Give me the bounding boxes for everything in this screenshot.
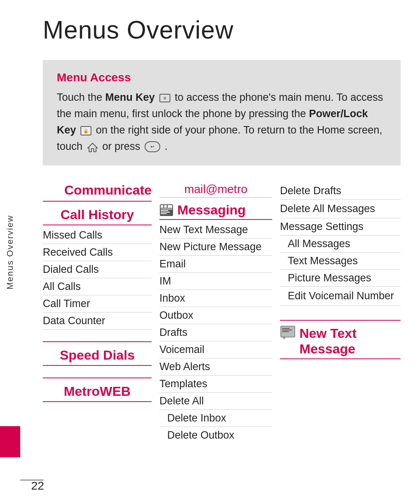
speed-dials-divider-top — [43, 341, 152, 342]
page-title: Menus Overview — [43, 16, 401, 44]
menu-access-title: Menu Access — [57, 71, 387, 84]
call-history-heading: Call History — [43, 203, 152, 225]
list-item: Email — [159, 256, 272, 273]
svg-rect-3 — [164, 205, 167, 208]
communicate-heading: Communicate — [43, 183, 152, 198]
list-item: Web Alerts — [159, 358, 272, 376]
list-item: Data Counter — [43, 313, 152, 330]
list-item: Delete Outbox — [159, 427, 272, 444]
list-item: Delete Inbox — [159, 410, 272, 427]
list-item: Dialed Calls — [43, 261, 152, 278]
metroweb-divider-top — [43, 378, 152, 378]
power-lock-icon: 🔒 — [80, 126, 91, 135]
new-text-message-label: New Text Message — [299, 325, 401, 357]
list-item: Outbox — [159, 307, 272, 324]
messaging-label: Messaging — [177, 202, 246, 218]
list-item: Picture Messages — [280, 270, 401, 287]
speed-dials-divider-bottom — [43, 365, 152, 366]
list-item: Delete All — [159, 393, 272, 410]
mail-metro-divider — [159, 197, 272, 198]
sidebar-bar — [0, 426, 20, 457]
menu-access-text: Touch the Menu Key ≡ to access the phone… — [57, 90, 387, 155]
column-right: Delete Drafts Delete All Messages Messag… — [280, 183, 401, 361]
svg-rect-13 — [282, 331, 289, 332]
column-messaging: mail@metro Messaging New Text Message — [159, 183, 280, 444]
svg-rect-11 — [282, 328, 290, 329]
new-text-msg-heading-row: New Text Message — [280, 322, 401, 359]
svg-rect-8 — [161, 213, 167, 214]
list-item: Voicemail — [159, 341, 272, 358]
columns-area: Communicate Call History Missed Calls Re… — [43, 183, 401, 444]
new-text-msg-divider-top — [280, 320, 401, 321]
coa-icon: ↩ — [145, 141, 160, 152]
list-item: Delete All Messages — [280, 200, 401, 218]
list-item: New Text Message — [159, 221, 272, 239]
menu-access-box: Menu Access Touch the Menu Key ≡ to acce… — [43, 60, 401, 165]
svg-rect-4 — [168, 205, 172, 208]
svg-rect-12 — [282, 330, 292, 330]
metroweb-divider-bottom — [43, 401, 152, 402]
speed-dials-heading: Speed Dials — [43, 344, 152, 365]
power-lock-label: Power/Lock Key — [57, 108, 368, 136]
list-item: Drafts — [159, 324, 272, 341]
sidebar-text: Menus Overview — [5, 215, 15, 290]
list-item: IM — [159, 273, 272, 290]
new-text-message-icon — [280, 325, 296, 339]
svg-rect-2 — [161, 205, 163, 208]
home-icon — [87, 141, 98, 152]
menu-key-label: Menu Key — [105, 91, 155, 103]
list-item: Templates — [159, 376, 272, 393]
list-item: Edit Voicemail Number — [280, 287, 401, 306]
svg-rect-5 — [161, 209, 172, 209]
list-item: Inbox — [159, 290, 272, 307]
svg-rect-7 — [161, 212, 170, 212]
menu-key-icon: ≡ — [159, 94, 170, 102]
list-item: Missed Calls — [43, 227, 152, 244]
mail-metro: mail@metro — [159, 183, 272, 197]
messaging-heading-row: Messaging — [159, 199, 272, 219]
call-history-divider-bottom — [43, 225, 152, 225]
list-item: New Picture Message — [159, 239, 272, 256]
list-item: Received Calls — [43, 244, 152, 261]
svg-marker-0 — [88, 143, 97, 152]
messaging-icon — [159, 204, 173, 216]
call-history-divider-top — [43, 201, 152, 202]
list-item: Text Messages — [280, 253, 401, 270]
messaging-divider — [159, 219, 272, 220]
metroweb-heading: MetroWEB — [43, 380, 152, 401]
page-number: 22 — [31, 479, 44, 492]
list-item: All Messages — [280, 235, 401, 253]
new-text-msg-divider-bottom — [280, 358, 401, 359]
column-communicate: Communicate Call History Missed Calls Re… — [43, 183, 159, 404]
list-item: Delete Drafts — [280, 183, 401, 200]
list-item: All Calls — [43, 278, 152, 295]
list-item: Call Timer — [43, 295, 152, 313]
list-item: Message Settings — [280, 218, 401, 235]
svg-rect-6 — [161, 210, 168, 211]
